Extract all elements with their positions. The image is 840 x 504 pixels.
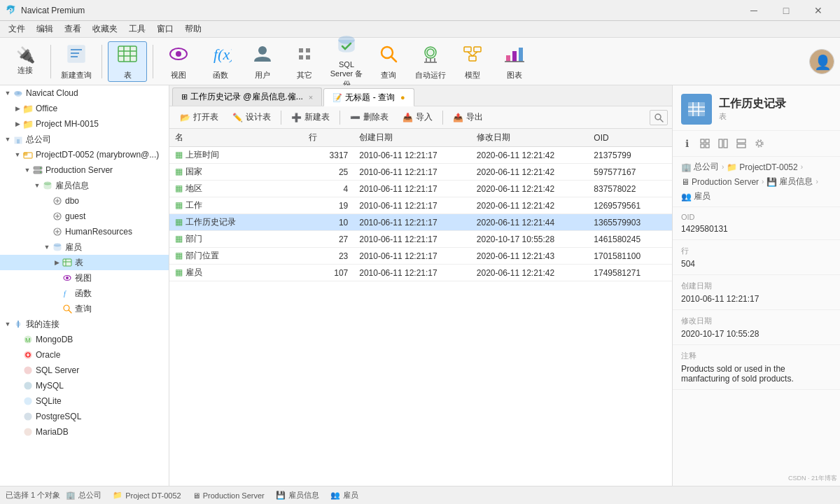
crumb-separator: › [801, 163, 803, 171]
tab-untitled-query[interactable]: 📝无标题 - 查询● [323, 88, 414, 106]
menu-item-窗口[interactable]: 窗口 [151, 22, 179, 36]
sidebar-item-label: Navicat Cloud [26, 88, 78, 98]
toolbar-separator [50, 45, 51, 78]
sidebar-item-functions[interactable]: f函数 [0, 286, 169, 301]
delete-table-button[interactable]: ➖删除表 [344, 109, 395, 126]
sidebar-item-prod-server[interactable]: ▼Production Server [0, 162, 169, 178]
table-row[interactable]: ▦雇员1072010-06-11 12:21:172020-06-11 12:2… [169, 265, 672, 281]
minimize-button[interactable]: ─ [738, 0, 770, 21]
sidebar-item-sqlite[interactable]: SQLite [0, 393, 169, 409]
toolbar-user-button[interactable]: 用户 [243, 41, 282, 82]
sidebar-item-tables[interactable]: ▶表 [0, 255, 169, 270]
sidebar-item-mysql[interactable]: MySQL [0, 378, 169, 393]
svg-line-30 [472, 52, 477, 56]
sidebar-item-postgresql[interactable]: PostgreSQL [0, 409, 169, 424]
status-item-Project DT-0052[interactable]: 📁Project DT-0052 [113, 491, 181, 500]
window-controls: ─ □ ✕ [738, 0, 834, 21]
toolbar-new-query-button[interactable]: 新建查询 [57, 41, 96, 82]
object-toolbar: 📂打开表✏️设计表➕新建表➖删除表📥导入📤导出 [169, 106, 672, 129]
main-area: ▼Navicat Cloud▶📁Office▶📁Project MH-0015▼… [0, 85, 840, 486]
sidebar-item-navicat-cloud[interactable]: ▼Navicat Cloud [0, 85, 169, 101]
settings-button[interactable] [751, 135, 768, 152]
toolbar-func-button[interactable]: f(x)函数 [201, 41, 240, 82]
created-value: 2010-06-11 12:21:17 [681, 294, 832, 304]
sidebar-item-employees-group[interactable]: ▼雇员 [0, 239, 169, 255]
open-table-button[interactable]: 📂打开表 [174, 109, 225, 126]
status-总公司-icon: 🏢 [66, 491, 76, 500]
tab-workhistory[interactable]: ⊞工作历史记录 @雇员信息.僱...× [172, 88, 322, 106]
sidebar-item-mariadb[interactable]: MariaDB [0, 424, 169, 440]
table-row[interactable]: ▦上班时间33172010-06-11 12:21:172020-06-11 1… [169, 147, 672, 164]
toolbar-table-button[interactable]: 表 [108, 41, 147, 82]
sidebar-item-project-mh[interactable]: ▶📁Project MH-0015 [0, 116, 169, 132]
table-row[interactable]: ▦工作192010-06-11 12:21:172020-06-11 12:21… [169, 197, 672, 214]
table-created-cell: 2010-06-11 12:21:17 [354, 231, 471, 248]
sidebar-item-humanresources[interactable]: HumanResources [0, 224, 169, 239]
status-item-总公司[interactable]: 🏢总公司 [66, 490, 102, 500]
toolbar-model-button[interactable]: 模型 [453, 41, 492, 82]
maximize-button[interactable]: □ [770, 0, 802, 21]
sidebar-item-queries[interactable]: 查询 [0, 301, 169, 316]
toolbar-other-button[interactable]: 其它 [285, 41, 324, 82]
table-row[interactable]: ▦工作历史记录102010-06-11 12:21:172020-06-11 1… [169, 214, 672, 231]
sidebar-item-my-connections[interactable]: ▼我的连接 [0, 316, 169, 332]
toolbar-query-button[interactable]: 查询 [369, 41, 408, 82]
panel-toolbar: ℹ [673, 131, 840, 157]
status-item-雇员信息[interactable]: 💾雇员信息 [276, 490, 319, 500]
new-query-icon [65, 43, 88, 68]
toolbar-autorun-button[interactable]: 自动运行 [411, 41, 450, 82]
sidebar-item-dbo[interactable]: dbo [0, 193, 169, 209]
export-button[interactable]: 📤导出 [447, 109, 489, 126]
sidebar-item-company[interactable]: ▼总公司 [0, 132, 169, 147]
tab-workhistory-close[interactable]: × [309, 93, 313, 102]
design-table-button[interactable]: ✏️设计表 [226, 109, 277, 126]
table-row[interactable]: ▦部门272010-06-11 12:21:172020-10-17 10:55… [169, 231, 672, 248]
table-label: 表 [124, 70, 132, 80]
import-button[interactable]: 📥导入 [396, 109, 439, 126]
toolbar-sqlserver-backup-button[interactable]: SQL Server 备份 [327, 41, 366, 82]
menu-item-工具[interactable]: 工具 [123, 22, 151, 36]
sidebar-item-office[interactable]: ▶📁Office [0, 101, 169, 116]
new-table-button[interactable]: ➕新建表 [285, 109, 336, 126]
info-button[interactable]: ℹ [678, 135, 695, 152]
search-button[interactable] [650, 110, 668, 125]
table-row[interactable]: ▦地区42010-06-11 12:21:172020-06-11 12:21:… [169, 181, 672, 197]
toolbar-chart-button[interactable]: 图表 [495, 41, 534, 82]
sidebar-item-employees[interactable]: ▼雇员信息 [0, 178, 169, 193]
table-created-cell: 2010-06-11 12:21:17 [354, 214, 471, 231]
table-icon: ▦ [175, 234, 183, 244]
folder-icon: 📁 [22, 103, 34, 114]
menu-item-编辑[interactable]: 编辑 [31, 22, 59, 36]
svg-line-19 [391, 57, 396, 62]
crumb-icon: 🏢 [681, 162, 692, 172]
user-avatar[interactable]: 👤 [809, 49, 834, 74]
toolbar-connect-button[interactable]: 🔌连接 [6, 41, 45, 82]
status-item-雇员[interactable]: 👥雇员 [330, 490, 358, 500]
status-item-Production Server[interactable]: 🖥Production Server [192, 491, 265, 500]
toolbar-view-button[interactable]: 视图 [159, 41, 198, 82]
close-button[interactable]: ✕ [802, 0, 834, 21]
menu-item-帮助[interactable]: 帮助 [179, 22, 207, 36]
expand-button[interactable] [733, 135, 750, 152]
sidebar-item-label: 函数 [75, 288, 92, 300]
menu-item-收藏夹[interactable]: 收藏夹 [87, 22, 123, 36]
columns-button[interactable] [715, 135, 732, 152]
menu-item-文件[interactable]: 文件 [3, 22, 31, 36]
sidebar-item-views[interactable]: 视图 [0, 270, 169, 286]
table-row[interactable]: ▦国家252010-06-11 12:21:172020-06-11 12:21… [169, 164, 672, 181]
svg-point-10 [176, 51, 181, 57]
table-name-cell: ▦工作 [169, 197, 303, 214]
server-icon [32, 164, 43, 176]
sidebar-item-projectdt[interactable]: ▼ProjectDT-0052 (marybrown@...) [0, 147, 169, 162]
sidebar-item-mongodb[interactable]: MMongoDB [0, 332, 169, 347]
sidebar-item-oracle[interactable]: Oracle [0, 347, 169, 363]
toolbar-separator [102, 45, 102, 78]
sidebar-item-sqlserver[interactable]: SQL Server [0, 363, 169, 378]
grid-button[interactable] [696, 135, 713, 152]
table-row[interactable]: ▦部门位置232010-06-11 12:21:172020-06-11 12:… [169, 248, 672, 265]
tab-untitled-query-label: 无标题 - 查询 [345, 92, 395, 104]
menu-item-查看[interactable]: 查看 [59, 22, 87, 36]
expand-arrow-icon: ▼ [32, 182, 42, 189]
tab-untitled-query-close[interactable]: ● [400, 93, 405, 102]
sidebar-item-guest[interactable]: guest [0, 209, 169, 224]
